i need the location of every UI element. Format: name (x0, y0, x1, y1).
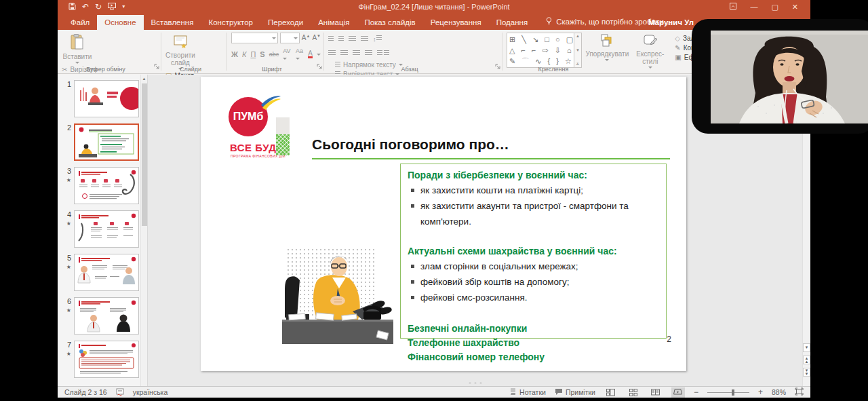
minimize-button[interactable]: — (750, 3, 757, 11)
increase-indent-icon[interactable] (361, 36, 368, 42)
bold-button[interactable]: Ж (231, 50, 238, 58)
start-slideshow-icon[interactable] (108, 3, 116, 11)
thumbnail-image (74, 341, 139, 378)
zoom-slider[interactable] (707, 392, 749, 393)
font-name-combobox[interactable] (231, 33, 278, 43)
zoom-out-button[interactable]: − (694, 387, 698, 397)
comments-button[interactable]: Примітки (555, 388, 595, 397)
save-icon[interactable] (68, 3, 76, 12)
columns-icon[interactable] (377, 47, 389, 59)
shapes-gallery-scroll[interactable]: ▲▼≚ (574, 33, 582, 68)
qat-customize-icon[interactable]: ▾ (122, 3, 125, 10)
redo-icon[interactable]: ↻ (95, 3, 102, 10)
bullet-item: як захистити акаунти та пристрої - смарт… (408, 198, 658, 229)
thumbnail-slide-1[interactable]: 1 (60, 80, 138, 117)
slide-editor[interactable]: ПУМб ВСЕ БУДЕ ПРОГРАМА ФІНАНСОВИХ ДІЙ Сь… (201, 77, 686, 371)
slide-counter[interactable]: Слайд 2 з 16 (64, 388, 107, 396)
paragraph-dialog-launcher[interactable] (495, 60, 500, 72)
notes-icon (509, 388, 517, 397)
footer-line: Фінансовий номер телефону (408, 350, 658, 364)
next-slide-button[interactable]: ▼▼ (803, 368, 810, 377)
language-indicator[interactable]: українська (133, 388, 168, 396)
align-right-icon[interactable] (353, 50, 360, 56)
decrease-indent-icon[interactable] (349, 36, 356, 42)
underline-button[interactable]: П (250, 50, 256, 58)
shapes-row-3: ✎ ⌒ ∿ { } ☆ (509, 56, 572, 66)
thumbnail-image (74, 123, 139, 161)
align-left-icon[interactable] (328, 50, 336, 56)
line-spacing-icon[interactable]: ↕ (373, 35, 382, 43)
numbering-icon[interactable] (338, 36, 344, 42)
tab-view[interactable]: Подання (489, 15, 535, 30)
thumbnail-slide-5[interactable]: 5★ (60, 254, 138, 291)
thumbnail-slide-2-selected[interactable]: 2 (60, 123, 138, 161)
bullets-icon[interactable] (328, 36, 334, 42)
thumbnail-slide-4[interactable]: 4★ (60, 210, 138, 248)
maximize-button[interactable]: ▢ (771, 3, 778, 12)
font-size-combobox[interactable] (280, 33, 300, 43)
tab-animations[interactable]: Анімація (311, 15, 357, 30)
slide-title[interactable]: Сьогодні поговоримо про… (312, 136, 670, 159)
reading-view-button[interactable] (649, 387, 663, 398)
slide-sorter-view-button[interactable] (627, 387, 640, 398)
scroll-down-button[interactable]: ▼ (803, 343, 810, 352)
italic-button[interactable]: К (242, 50, 246, 58)
group-clipboard: Вставити ✂Вирізати Копіювати Формат за з… (58, 30, 161, 73)
character-spacing-button[interactable]: AV (283, 47, 292, 61)
paste-button[interactable]: Вставити (62, 33, 93, 64)
tab-design[interactable]: Конструктор (201, 15, 260, 30)
webcam-overlay[interactable] (692, 19, 868, 134)
tab-home[interactable]: Основне (97, 15, 143, 30)
account-user-name[interactable]: Марунич Ул (648, 18, 694, 26)
notes-button[interactable]: Нотатки (509, 388, 546, 397)
bullet-square-icon (411, 189, 414, 192)
thumbnail-scrollbar[interactable]: ▲ (140, 75, 147, 386)
thumbnail-slide-7[interactable]: 7★ (60, 341, 138, 378)
font-dialog-launcher[interactable] (317, 60, 322, 72)
tab-slideshow[interactable]: Показ слайдів (357, 15, 422, 30)
slideshow-view-button[interactable] (671, 387, 685, 398)
ribbon-display-options-icon[interactable] (730, 3, 736, 11)
content-heading-1: Поради з кібербезпеки у воєнний час: (408, 168, 658, 183)
text-shadow-button[interactable]: S (260, 50, 264, 58)
businessman-illustration (277, 246, 397, 349)
notes-splitter-handle[interactable] (469, 382, 481, 384)
tab-insert[interactable]: Вставлення (144, 15, 201, 30)
group-paragraph: ↕ Напрямок тексту Вирівняти текст ▱Перет… (324, 30, 502, 73)
grow-font-button[interactable]: А▲ (302, 34, 311, 41)
align-center-icon[interactable] (340, 50, 348, 56)
tab-transitions[interactable]: Переходи (260, 15, 311, 30)
undo-icon[interactable]: ↶ (82, 3, 89, 10)
strikethrough-button[interactable]: abc (269, 51, 279, 58)
thumbnail-slide-6[interactable]: 6★ (60, 297, 138, 335)
status-bar: Слайд 2 з 16 українська Нотатки Примітки… (58, 386, 810, 398)
font-color-button[interactable]: A (308, 50, 313, 58)
clipboard-dialog-launcher[interactable] (154, 60, 159, 72)
bullet-item: фейкові смс-розсилання. (408, 290, 658, 305)
tab-file[interactable]: Файл (63, 15, 97, 30)
quick-styles-button[interactable]: Експрес-стилі (633, 33, 668, 69)
zoom-slider-thumb[interactable] (732, 389, 734, 396)
normal-view-button[interactable] (604, 387, 618, 398)
shapes-row-1: ⊞ ╲ ↘ □ ○ ▢ (509, 34, 572, 45)
new-slide-button[interactable]: Створити слайд (165, 33, 195, 70)
shapes-gallery[interactable]: ⊞ ╲ ↘ □ ○ ▢ △ ⌐ ⌐ ⇨ ⇩ ⌂ ✎ ⌒ ∿ { } ☆ (507, 33, 574, 68)
previous-slide-button[interactable]: ▲▲ (803, 356, 810, 364)
ukraine-flag-icon (258, 94, 281, 115)
shrink-font-button[interactable]: А▼ (312, 34, 321, 41)
change-case-button[interactable]: Aa (296, 47, 304, 61)
scroll-up-icon[interactable]: ▲ (141, 75, 147, 83)
zoom-in-button[interactable]: + (758, 387, 763, 397)
zoom-percentage[interactable]: 88% (772, 388, 786, 396)
arrange-button[interactable]: Упорядкувати (585, 33, 629, 61)
fit-slide-to-window-button[interactable] (795, 387, 804, 397)
bullet-item: як захистити кошти на платіжні картці; (408, 183, 658, 198)
tab-review[interactable]: Рецензування (423, 15, 489, 30)
shape-outline-icon: ✎ (675, 44, 680, 52)
thumbnail-image (74, 167, 139, 204)
spell-check-icon[interactable] (116, 388, 124, 396)
thumbnail-slide-3[interactable]: 3★ (60, 167, 138, 204)
slide-content-box[interactable]: Поради з кібербезпеки у воєнний час: як … (400, 164, 667, 339)
close-button[interactable]: ✕ (792, 3, 798, 12)
justify-icon[interactable] (365, 50, 372, 56)
